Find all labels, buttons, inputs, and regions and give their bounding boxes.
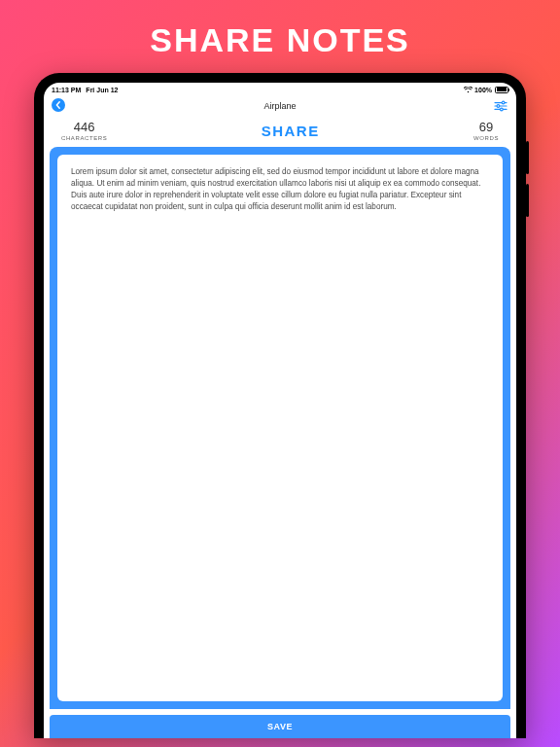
status-right: 100%: [464, 87, 508, 93]
wifi-icon: [464, 87, 472, 92]
battery-icon: [495, 87, 508, 93]
counts-row: 446 CHARACTERS SHARE 69 WORDS: [44, 116, 516, 147]
nav-bar: Airplane: [44, 96, 516, 116]
words-count: 69 WORDS: [473, 120, 499, 141]
promo-frame: SHARE NOTES 11:13 PM Fri Jun 12 100%: [0, 0, 560, 747]
characters-count: 446 CHARACTERS: [61, 120, 107, 141]
device-screen: 11:13 PM Fri Jun 12 100% Airplane: [44, 83, 516, 738]
status-left: 11:13 PM Fri Jun 12: [52, 87, 118, 93]
words-value: 69: [473, 120, 499, 134]
editor-frame: Lorem ipsum dolor sit amet, consectetur …: [50, 147, 510, 709]
svg-point-1: [502, 101, 505, 104]
device-side-button: [526, 184, 529, 217]
save-button[interactable]: SAVE: [50, 715, 510, 738]
characters-value: 446: [61, 120, 107, 134]
promo-title: SHARE NOTES: [150, 21, 410, 59]
page-title: Airplane: [263, 101, 296, 111]
svg-point-5: [500, 108, 503, 111]
sliders-icon: [494, 100, 508, 112]
battery-percent: 100%: [474, 87, 492, 93]
status-date: Fri Jun 12: [86, 87, 118, 93]
words-label: WORDS: [473, 135, 499, 141]
svg-point-3: [497, 105, 500, 108]
back-button[interactable]: [52, 98, 65, 112]
settings-button[interactable]: [493, 98, 508, 114]
status-time: 11:13 PM: [52, 87, 81, 93]
device-frame: 11:13 PM Fri Jun 12 100% Airplane: [34, 73, 526, 738]
note-text-area[interactable]: Lorem ipsum dolor sit amet, consectetur …: [57, 155, 503, 701]
characters-label: CHARACTERS: [61, 135, 107, 141]
device-side-button: [526, 141, 529, 174]
chevron-left-icon: [54, 101, 62, 109]
status-bar: 11:13 PM Fri Jun 12 100%: [44, 83, 516, 96]
share-button[interactable]: SHARE: [262, 123, 320, 139]
